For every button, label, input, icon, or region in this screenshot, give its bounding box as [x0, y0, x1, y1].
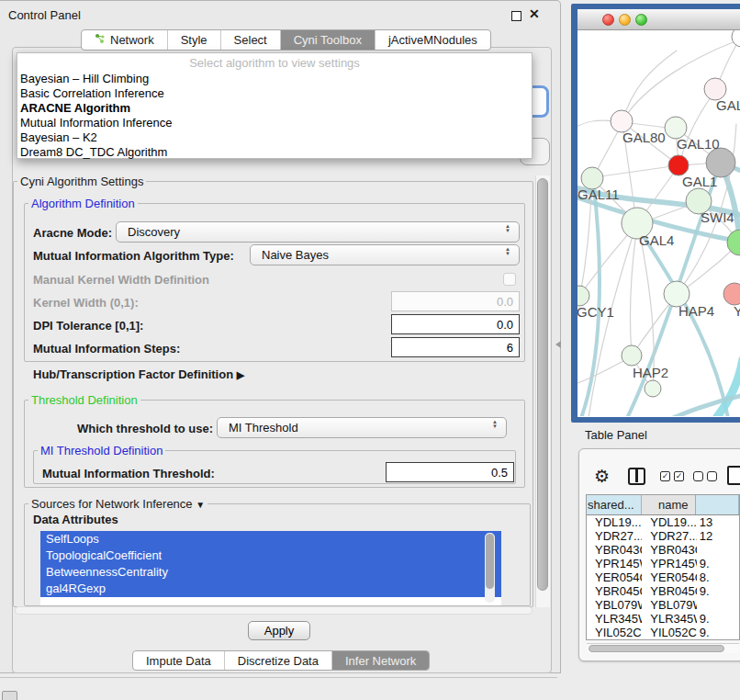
columns-icon[interactable]	[628, 468, 645, 485]
table-cell: 9.	[697, 557, 739, 570]
which-threshold-combo[interactable]: MI Threshold ▲▼	[217, 417, 507, 438]
deselect-all-icon[interactable]	[693, 471, 717, 481]
table-body: YDL19...YDL19...13YDR27...YDR27...12YBR0…	[587, 515, 739, 639]
gear-icon[interactable]: ⚙	[594, 468, 610, 485]
network-node-gal1[interactable]	[668, 155, 689, 175]
minimized-panel-button[interactable]	[2, 691, 17, 700]
algorithm-definition-title: Algorithm Definition	[28, 197, 138, 210]
node-label: GAL80	[622, 130, 666, 145]
attribute-item[interactable]: gal4RGexp	[40, 581, 501, 597]
column-header-partial[interactable]	[696, 495, 740, 514]
tab-label: Infer Network	[345, 654, 416, 668]
float-panel-icon[interactable]	[511, 11, 521, 21]
tab-network[interactable]: Network	[82, 30, 168, 50]
tab-label: Impute Data	[146, 654, 211, 668]
expanded-arrow-icon: ▼	[196, 500, 205, 510]
algorithm-option[interactable]: Bayesian – Hill Climbing	[17, 72, 532, 86]
column-header-name[interactable]: name	[642, 495, 696, 514]
table-row[interactable]: YLR345WYLR345W9.	[587, 612, 739, 626]
network-node-y[interactable]	[723, 283, 740, 305]
apply-button[interactable]: Apply	[248, 621, 310, 640]
tab-select[interactable]: Select	[221, 30, 281, 50]
which-threshold-label: Which threshold to use:	[77, 422, 213, 435]
table-cell: YDR27...	[642, 529, 697, 543]
table-row[interactable]: YBR043CYBR043C	[587, 543, 739, 557]
mi-threshold-field[interactable]: 0.5	[386, 462, 514, 482]
table-row[interactable]: YDL19...YDL19...13	[587, 515, 739, 529]
data-attributes-list[interactable]: SelfLoopsTopologicalCoefficientBetweenne…	[40, 531, 501, 605]
close-panel-icon[interactable]: ✕	[529, 6, 540, 21]
mi-steps-field[interactable]: 6	[391, 337, 520, 357]
algorithm-option[interactable]: Basic Correlation Inference	[17, 86, 532, 101]
mi-algorithm-type-combo[interactable]: Naive Bayes ▲▼	[250, 244, 520, 265]
algorithm-option[interactable]: Mutual Information Inference	[17, 116, 532, 130]
close-window-icon[interactable]	[602, 14, 614, 26]
network-edge[interactable]	[713, 359, 740, 416]
node-label: SWI4	[701, 209, 734, 225]
network-edge[interactable]	[622, 51, 677, 121]
attributes-scrollbar-thumb[interactable]	[486, 534, 494, 589]
network-tab-icon	[95, 33, 106, 47]
network-view-window: GALGAL80GAL10GAL1GAL11SWI4GAL4GCY1HAP4YH…	[571, 4, 740, 423]
sources-toggle[interactable]: Sources for Network Inference ▼	[28, 497, 207, 511]
attribute-item[interactable]: TopologicalCoefficient	[40, 548, 501, 564]
network-node[interactable]	[645, 380, 661, 397]
network-canvas[interactable]: GALGAL80GAL10GAL1GAL11SWI4GAL4GCY1HAP4YH…	[577, 30, 740, 416]
sources-title: Sources for Network Inference	[31, 497, 193, 511]
tab-discretize-data[interactable]: Discretize Data	[225, 651, 332, 670]
node-label: HAP4	[678, 303, 714, 319]
mi-steps-label: Mutual Information Steps:	[33, 342, 180, 356]
attribute-item[interactable]: BetweennessCentrality	[40, 564, 501, 581]
table-cell: YBR043C	[587, 543, 642, 557]
table-cell: 9.	[697, 612, 739, 626]
table-row[interactable]: YBR045CYBR045C9.	[587, 584, 739, 598]
table-row[interactable]: YDR27...YDR27...12	[587, 529, 739, 543]
table-row[interactable]: YIL052CYIL052C9.	[587, 626, 739, 639]
algorithm-option[interactable]: Dream8 DC_TDC Algorithm	[17, 145, 532, 160]
column-header-shared-name[interactable]: shared...	[587, 495, 642, 514]
network-node-hap2[interactable]	[622, 345, 642, 366]
table-cell: YBR043C	[642, 543, 697, 557]
tab-jactivemnodules[interactable]: jActiveMNodules	[376, 30, 490, 50]
node-label: GAL10	[677, 136, 720, 152]
aracne-mode-label: Aracne Mode:	[33, 226, 112, 240]
tab-cyni-toolbox[interactable]: Cyni Toolbox	[281, 30, 376, 50]
settings-scrollbar-thumb[interactable]	[537, 178, 548, 591]
manual-kernel-checkbox[interactable]	[503, 273, 516, 286]
node-label: GAL11	[577, 186, 620, 202]
hub-definition-toggle[interactable]: Hub/Transcription Factor Definition ▶	[33, 367, 244, 381]
table-hscrollbar-thumb[interactable]	[589, 645, 724, 652]
table-row[interactable]: YPR145WYPR145W9.	[587, 557, 739, 570]
tab-infer-network[interactable]: Infer Network	[332, 651, 429, 670]
aracne-mode-combo[interactable]: Discovery ▲▼	[116, 221, 520, 243]
table-cell: YIL052C	[587, 626, 642, 639]
algorithm-option[interactable]: ARACNE Algorithm	[17, 101, 532, 116]
network-node-gcy1[interactable]	[577, 286, 589, 306]
network-window-titlebar[interactable]	[577, 9, 740, 30]
cyni-bottom-tabs: Impute Data Discretize Data Infer Networ…	[132, 650, 430, 671]
split-collapse-icon[interactable]	[555, 341, 561, 348]
zoom-window-icon[interactable]	[635, 14, 647, 26]
kernel-width-field[interactable]: 0.0	[391, 291, 520, 311]
control-panel-tabs: Network Style Select Cyni Toolbox jActiv…	[81, 29, 491, 51]
threshold-definition-title: Threshold Definition	[28, 393, 140, 407]
attribute-item[interactable]: SelfLoops	[40, 531, 501, 548]
table-row[interactable]: YBL079WYBL079W	[587, 598, 739, 612]
table-header-row: shared... name	[587, 495, 739, 515]
tab-style[interactable]: Style	[168, 30, 221, 50]
minimize-window-icon[interactable]	[619, 14, 631, 26]
dpi-tolerance-label: DPI Tolerance [0,1]:	[33, 319, 143, 333]
network-edge[interactable]	[630, 225, 637, 355]
panel-divider	[0, 677, 557, 678]
tab-impute-data[interactable]: Impute Data	[133, 651, 225, 670]
dpi-tolerance-field[interactable]: 0.0	[391, 314, 520, 334]
network-edge[interactable]	[594, 165, 678, 177]
table-row[interactable]: YER054CYER054C8.	[587, 570, 739, 584]
network-node[interactable]	[727, 230, 740, 255]
file-icon[interactable]	[727, 466, 740, 485]
network-node[interactable]	[732, 30, 740, 47]
select-all-icon[interactable]: ✓✓	[660, 471, 684, 481]
settings-hscrollbar-track[interactable]	[15, 606, 533, 615]
algorithm-option[interactable]: Bayesian – K2	[17, 130, 532, 145]
control-panel-window: Control Panel ✕ Network Style Select Cyn…	[0, 0, 561, 673]
